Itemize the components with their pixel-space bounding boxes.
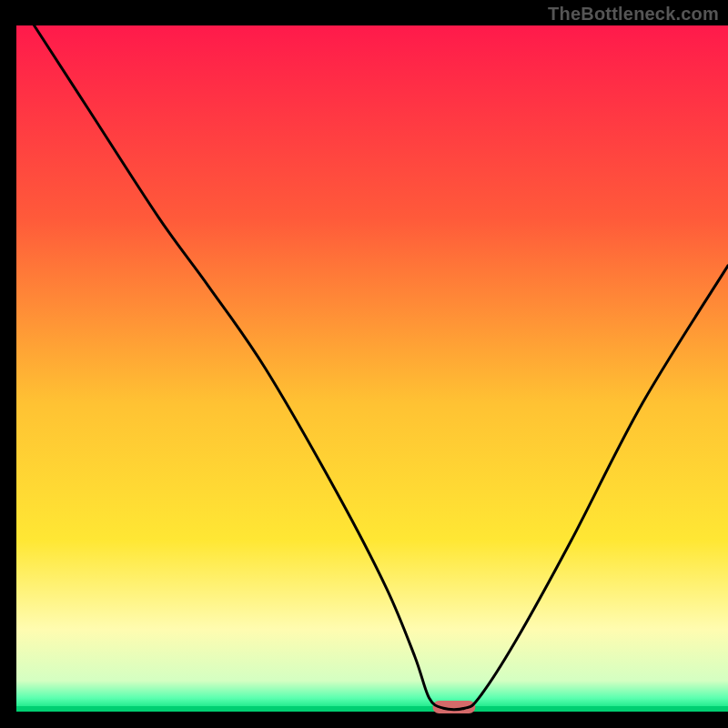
gradient-background bbox=[16, 25, 728, 712]
bottleneck-chart bbox=[0, 0, 728, 728]
baseline-strip bbox=[16, 706, 728, 712]
chart-container: TheBottleneck.com bbox=[0, 0, 728, 728]
watermark-text: TheBottleneck.com bbox=[548, 4, 719, 25]
